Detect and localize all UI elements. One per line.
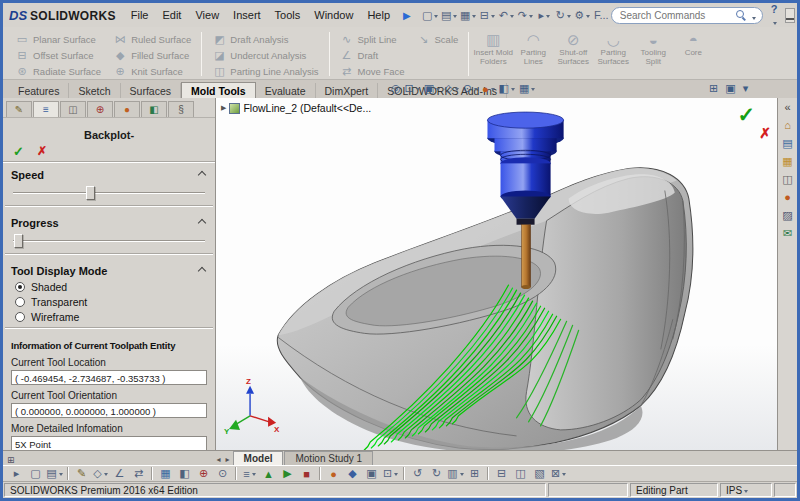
speed-slider-thumb[interactable] bbox=[86, 186, 95, 200]
confirm-ok-button[interactable]: ✓ bbox=[737, 103, 755, 127]
view-settings-icon[interactable]: ▦ bbox=[519, 82, 535, 95]
select-tool-icon[interactable]: ▸ bbox=[7, 465, 26, 482]
draft-analysis-button[interactable]: ◩Draft Analysis bbox=[208, 31, 322, 47]
split-line-button[interactable]: ∿Split Line bbox=[336, 31, 409, 47]
model-tab[interactable]: Model bbox=[233, 451, 284, 465]
tab-scroll-right-icon[interactable]: ▸ bbox=[224, 455, 232, 465]
offset-surface-button[interactable]: ⊟Offset Surface bbox=[11, 47, 105, 63]
property-manager-tab[interactable]: ≡ bbox=[33, 101, 59, 117]
move-face-button[interactable]: ⇄Move Face bbox=[336, 63, 409, 79]
section-view-icon[interactable]: ▣ bbox=[362, 465, 381, 482]
undock-icon[interactable]: ▣ bbox=[725, 82, 735, 95]
geometry-icon[interactable]: ◇ bbox=[91, 465, 110, 482]
shaded-radio[interactable] bbox=[15, 282, 25, 292]
tab-features[interactable]: Features bbox=[9, 83, 69, 98]
library-icon[interactable]: ▥ bbox=[446, 465, 465, 482]
mold-model[interactable] bbox=[277, 168, 693, 450]
undercut-analysis-button[interactable]: ◪Undercut Analysis bbox=[208, 47, 322, 63]
fullscreen-icon[interactable]: ⊞ bbox=[709, 82, 718, 95]
simulate-icon[interactable]: ▲ bbox=[259, 465, 278, 482]
coordinate-system-icon[interactable]: ⊕ bbox=[194, 465, 213, 482]
stop-icon[interactable]: ■ bbox=[297, 465, 316, 482]
attachments-tab[interactable]: § bbox=[168, 101, 194, 117]
planar-surface-button[interactable]: ▭Planar Surface bbox=[11, 31, 105, 47]
more-options-icon[interactable]: ▾ bbox=[743, 82, 749, 95]
parting-line-analysis-button[interactable]: ◫Parting Line Analysis bbox=[208, 63, 322, 79]
stock-icon[interactable]: ▦ bbox=[156, 465, 175, 482]
search-icon[interactable] bbox=[736, 10, 747, 21]
options-button[interactable]: ⚙ bbox=[573, 7, 592, 24]
design-library-icon[interactable]: ▤ bbox=[782, 137, 792, 149]
redo-cam-icon[interactable]: ↻ bbox=[427, 465, 446, 482]
minimize-button[interactable] bbox=[785, 8, 795, 23]
scene-tab[interactable]: ◧ bbox=[141, 101, 167, 117]
flyout-pin-icon[interactable]: ▶ bbox=[403, 10, 411, 21]
wireframe-radio[interactable] bbox=[15, 312, 25, 322]
file-explorer-icon[interactable]: ▦ bbox=[782, 155, 792, 167]
compare-icon[interactable]: ◫ bbox=[511, 465, 530, 482]
search-dropdown-icon[interactable] bbox=[750, 6, 756, 24]
tool-table-icon[interactable]: ⊙ bbox=[213, 465, 232, 482]
tooling-split-button[interactable]: ◒Tooling Split bbox=[633, 29, 673, 79]
tab-scroll-left-icon[interactable]: ◂ bbox=[215, 455, 223, 465]
new-operation-icon[interactable]: ▢ bbox=[26, 465, 45, 482]
delete-icon[interactable]: ⊠ bbox=[549, 465, 568, 482]
shut-off-surfaces-button[interactable]: ⊘Shut-off Surfaces bbox=[553, 29, 593, 79]
custom-properties-icon[interactable]: ▨ bbox=[782, 209, 792, 221]
report-icon[interactable]: ⊟ bbox=[492, 465, 511, 482]
appearances-strip-icon[interactable]: ● bbox=[784, 191, 791, 203]
units-selector[interactable]: IPS bbox=[720, 483, 772, 497]
angle-measure-icon[interactable]: ∠ bbox=[110, 465, 129, 482]
zoom-area-icon[interactable]: ⊡ bbox=[405, 82, 420, 95]
tab-sketch[interactable]: Sketch bbox=[69, 83, 120, 98]
scale-button[interactable]: ↘Scale bbox=[413, 31, 463, 47]
configuration-manager-tab[interactable]: ◫ bbox=[60, 101, 86, 117]
apply-scene-icon[interactable]: ◧ bbox=[499, 82, 515, 95]
insert-mold-folders-button[interactable]: ▥Insert Mold Folders bbox=[473, 29, 513, 79]
zoom-tool-icon[interactable]: ⊡ bbox=[381, 465, 400, 482]
mirror-icon[interactable]: ⇄ bbox=[129, 465, 148, 482]
collapse-progress-icon[interactable] bbox=[198, 219, 206, 227]
backplot-tab[interactable]: ✎ bbox=[6, 101, 32, 117]
ok-button[interactable]: ✓ bbox=[13, 144, 24, 159]
tree-expander-icon[interactable]: ▶ bbox=[221, 104, 226, 112]
grid-icon[interactable]: ⊞ bbox=[465, 465, 484, 482]
sketch-icon[interactable]: ✎ bbox=[72, 465, 91, 482]
edit-appearance-icon[interactable]: ● bbox=[482, 83, 495, 95]
speed-slider[interactable] bbox=[13, 185, 205, 201]
appearance-icon[interactable]: ● bbox=[324, 465, 343, 482]
ruled-surface-button[interactable]: ⋈Ruled Surface bbox=[109, 31, 195, 47]
new-button[interactable]: ▢ bbox=[421, 7, 440, 24]
search-box[interactable] bbox=[611, 7, 763, 24]
undo-cam-icon[interactable]: ↺ bbox=[408, 465, 427, 482]
hatch-icon[interactable]: ▧ bbox=[530, 465, 549, 482]
feature-tree-flyout[interactable]: ▶ FlowLine_2 (Default<<De... bbox=[221, 102, 371, 114]
hide-show-items-icon[interactable]: ⊙ bbox=[463, 82, 478, 95]
view-palette-icon[interactable]: ◫ bbox=[782, 173, 792, 185]
display-style-icon[interactable]: ◇ bbox=[444, 82, 458, 95]
progress-slider[interactable] bbox=[13, 233, 205, 249]
tab-mold-tools[interactable]: Mold Tools bbox=[181, 82, 256, 98]
graphics-viewport[interactable]: Z Y X ▶ FlowLine_2 (Default<<De... ✓ ✗ bbox=[216, 98, 777, 450]
forum-icon[interactable]: ✉ bbox=[783, 227, 792, 239]
open-setup-icon[interactable]: ▤ bbox=[45, 465, 64, 482]
collapse-speed-icon[interactable] bbox=[198, 171, 206, 179]
progress-slider-thumb[interactable] bbox=[14, 234, 23, 248]
parting-surfaces-button[interactable]: ◡Parting Surfaces bbox=[593, 29, 633, 79]
resources-icon[interactable]: ⌂ bbox=[784, 119, 791, 131]
zoom-fit-icon[interactable]: ◎ bbox=[391, 82, 401, 95]
tab-surfaces[interactable]: Surfaces bbox=[121, 83, 181, 98]
graphics-area[interactable]: Z Y X bbox=[216, 98, 777, 450]
target-part-icon[interactable]: ◧ bbox=[175, 465, 194, 482]
print-button[interactable]: ⊟ bbox=[478, 7, 497, 24]
tab-evaluate[interactable]: Evaluate bbox=[256, 83, 316, 98]
operations-tree-icon[interactable]: ≡ bbox=[240, 465, 259, 482]
open-button[interactable]: ▤ bbox=[440, 7, 459, 24]
cancel-button[interactable]: ✗ bbox=[37, 144, 47, 159]
undo-button[interactable]: ↶ bbox=[497, 7, 516, 24]
menu-insert[interactable]: Insert bbox=[226, 6, 268, 24]
material-icon[interactable]: ◆ bbox=[343, 465, 362, 482]
dimxpert-manager-tab[interactable]: ⊕ bbox=[87, 101, 113, 117]
menu-edit[interactable]: Edit bbox=[155, 6, 188, 24]
motion-study-tab[interactable]: Motion Study 1 bbox=[284, 451, 373, 465]
